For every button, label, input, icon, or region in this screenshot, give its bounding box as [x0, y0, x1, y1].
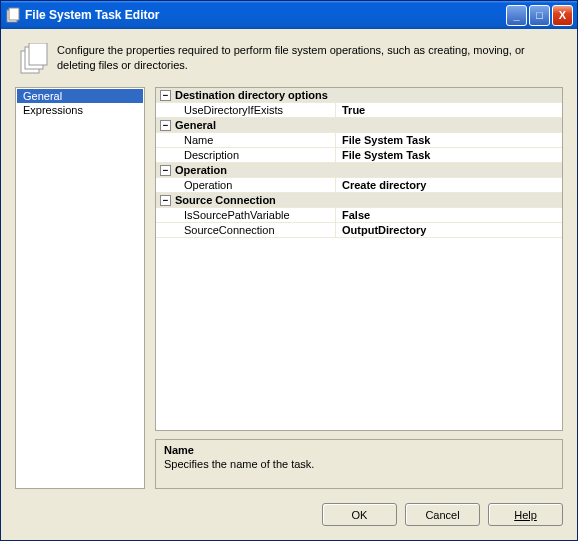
property-name: Name: [156, 133, 336, 147]
property-value[interactable]: OutputDirectory: [336, 223, 562, 237]
collapse-icon[interactable]: −: [160, 120, 171, 131]
property-name: SourceConnection: [156, 223, 336, 237]
property-row[interactable]: Name File System Task: [156, 133, 562, 148]
sidebar-item-label: Expressions: [23, 104, 83, 116]
property-value[interactable]: Create directory: [336, 178, 562, 192]
property-value[interactable]: File System Task: [336, 133, 562, 147]
minimize-button[interactable]: _: [506, 5, 527, 26]
property-value[interactable]: False: [336, 208, 562, 222]
sidebar-item-label: General: [23, 90, 62, 102]
property-name: UseDirectoryIfExists: [156, 103, 336, 117]
close-icon: X: [559, 9, 566, 21]
sidebar-item-general[interactable]: General: [17, 89, 143, 103]
file-system-icon: [17, 43, 49, 75]
property-row[interactable]: Description File System Task: [156, 148, 562, 163]
header-row: Configure the properties required to per…: [15, 39, 563, 87]
header-description: Configure the properties required to per…: [57, 43, 561, 73]
minimize-icon: _: [513, 9, 519, 21]
category-label: General: [175, 119, 216, 131]
collapse-icon[interactable]: −: [160, 195, 171, 206]
property-name: IsSourcePathVariable: [156, 208, 336, 222]
category-label: Destination directory options: [175, 89, 328, 101]
main-row: General Expressions − Destination direct…: [15, 87, 563, 489]
right-column: − Destination directory options UseDirec…: [155, 87, 563, 489]
sidebar-item-expressions[interactable]: Expressions: [17, 103, 143, 117]
category-label: Operation: [175, 164, 227, 176]
property-grid: − Destination directory options UseDirec…: [155, 87, 563, 431]
description-body: Specifies the name of the task.: [164, 458, 554, 470]
property-name: Operation: [156, 178, 336, 192]
cancel-button[interactable]: Cancel: [405, 503, 480, 526]
category-source-connection: − Source Connection: [156, 193, 562, 208]
window-title: File System Task Editor: [25, 8, 506, 22]
dialog-content: Configure the properties required to per…: [1, 29, 577, 540]
svg-rect-4: [29, 43, 47, 65]
collapse-icon[interactable]: −: [160, 165, 171, 176]
maximize-icon: □: [536, 9, 543, 21]
category-destination-options: − Destination directory options: [156, 88, 562, 103]
category-operation: − Operation: [156, 163, 562, 178]
description-title: Name: [164, 444, 554, 456]
property-row[interactable]: UseDirectoryIfExists True: [156, 103, 562, 118]
window-buttons: _ □ X: [506, 5, 573, 26]
property-row[interactable]: SourceConnection OutputDirectory: [156, 223, 562, 238]
description-pane: Name Specifies the name of the task.: [155, 439, 563, 489]
svg-rect-1: [9, 8, 19, 20]
property-row[interactable]: Operation Create directory: [156, 178, 562, 193]
help-button[interactable]: Help: [488, 503, 563, 526]
ok-button[interactable]: OK: [322, 503, 397, 526]
property-name: Description: [156, 148, 336, 162]
property-row[interactable]: IsSourcePathVariable False: [156, 208, 562, 223]
close-button[interactable]: X: [552, 5, 573, 26]
category-label: Source Connection: [175, 194, 276, 206]
titlebar: File System Task Editor _ □ X: [1, 1, 577, 29]
button-row: OK Cancel Help: [15, 489, 563, 526]
property-value[interactable]: File System Task: [336, 148, 562, 162]
collapse-icon[interactable]: −: [160, 90, 171, 101]
property-value[interactable]: True: [336, 103, 562, 117]
category-general: − General: [156, 118, 562, 133]
sidebar: General Expressions: [15, 87, 145, 489]
help-button-label: Help: [514, 509, 537, 521]
dialog-window: File System Task Editor _ □ X Configure …: [0, 0, 578, 541]
maximize-button[interactable]: □: [529, 5, 550, 26]
app-icon: [5, 7, 21, 23]
